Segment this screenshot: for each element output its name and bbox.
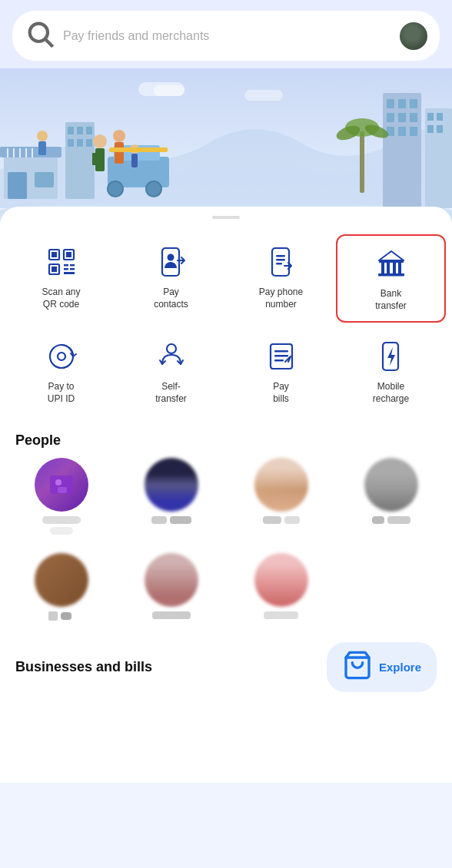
people-grid-row1 xyxy=(0,458,452,541)
svg-point-63 xyxy=(167,254,174,261)
person-name-7 xyxy=(254,611,308,619)
svg-rect-54 xyxy=(66,252,71,257)
svg-rect-70 xyxy=(381,263,384,273)
svg-rect-30 xyxy=(131,154,138,167)
svg-rect-37 xyxy=(398,113,406,122)
svg-rect-32 xyxy=(383,93,421,208)
action-mobile-recharge[interactable]: Mobilerecharge xyxy=(336,329,446,414)
cloud-2 xyxy=(154,85,184,96)
svg-point-18 xyxy=(37,131,48,141)
svg-rect-16 xyxy=(77,139,83,147)
quick-actions-row2: Pay toUPI ID Self-transfer xyxy=(0,329,452,420)
svg-rect-45 xyxy=(427,125,434,133)
scan-qr-icon xyxy=(43,244,80,280)
svg-rect-69 xyxy=(379,260,404,263)
svg-rect-31 xyxy=(109,147,168,152)
svg-rect-58 xyxy=(64,268,68,270)
person-item-6[interactable] xyxy=(122,553,220,621)
hero-people xyxy=(85,114,200,207)
search-bar[interactable]: Pay friends and merchants xyxy=(12,11,440,61)
svg-rect-41 xyxy=(410,127,417,136)
bank-transfer-icon xyxy=(373,245,410,282)
svg-point-21 xyxy=(108,181,123,197)
svg-rect-33 xyxy=(387,99,394,108)
svg-rect-3 xyxy=(0,147,61,157)
pay-contacts-icon xyxy=(153,244,190,280)
main-card: Scan anyQR code Paycontacts xyxy=(0,207,452,783)
svg-rect-65 xyxy=(276,255,285,257)
header: Pay friends and merchants xyxy=(0,0,452,68)
person-avatar-4 xyxy=(364,458,418,512)
svg-rect-46 xyxy=(437,125,443,133)
self-transfer-icon xyxy=(153,338,190,375)
hero-illustration xyxy=(0,68,452,222)
svg-marker-68 xyxy=(379,251,404,260)
svg-rect-79 xyxy=(274,350,288,353)
pay-bills-label: Paybills xyxy=(273,381,289,405)
bank-transfer-label: Banktransfer xyxy=(375,288,407,312)
businesses-section: Businesses and bills Explore xyxy=(0,627,452,700)
explore-button-label: Explore xyxy=(379,661,421,674)
svg-rect-15 xyxy=(68,139,74,147)
svg-rect-81 xyxy=(274,359,284,362)
svg-rect-56 xyxy=(52,267,57,272)
action-pay-bills[interactable]: Paybills xyxy=(226,329,336,414)
person-name-1 xyxy=(35,516,88,535)
pay-phone-icon xyxy=(263,244,300,280)
search-icon xyxy=(25,18,55,53)
svg-rect-43 xyxy=(427,113,434,121)
user-avatar[interactable] xyxy=(400,22,427,50)
person-item-3[interactable] xyxy=(232,458,330,535)
svg-point-0 xyxy=(30,24,48,41)
person-item-4[interactable] xyxy=(342,458,440,535)
person-avatar-5 xyxy=(35,553,88,607)
person-name-5 xyxy=(35,611,88,621)
pay-upi-label: Pay toUPI ID xyxy=(48,381,75,405)
explore-bag-icon xyxy=(342,650,373,684)
cloud-3 xyxy=(244,90,283,101)
people-grid-row2 xyxy=(0,553,452,627)
person-item-5[interactable] xyxy=(12,553,110,621)
person-name-2 xyxy=(145,516,198,524)
person-item-2[interactable] xyxy=(122,458,220,535)
svg-rect-73 xyxy=(398,263,401,273)
svg-rect-64 xyxy=(272,248,289,276)
action-scan-qr[interactable]: Scan anyQR code xyxy=(6,234,116,323)
self-transfer-label: Self-transfer xyxy=(155,381,187,405)
svg-rect-19 xyxy=(38,141,46,155)
person-avatar-6 xyxy=(145,553,198,607)
search-placeholder: Pay friends and merchants xyxy=(63,29,392,43)
svg-rect-5 xyxy=(35,172,54,187)
person-name-3 xyxy=(254,516,308,524)
svg-rect-13 xyxy=(77,127,83,134)
svg-rect-52 xyxy=(52,252,57,257)
people-section-label: People xyxy=(0,420,452,458)
action-self-transfer[interactable]: Self-transfer xyxy=(116,329,226,414)
svg-rect-36 xyxy=(387,113,394,122)
action-bank-transfer[interactable]: Banktransfer xyxy=(336,234,446,323)
mobile-recharge-label: Mobilerecharge xyxy=(373,381,409,405)
pay-upi-icon xyxy=(43,338,80,375)
quick-actions-row1: Scan anyQR code Paycontacts xyxy=(0,234,452,329)
svg-rect-12 xyxy=(68,127,74,134)
person-item-8 xyxy=(342,553,440,621)
person-avatar-3 xyxy=(254,458,308,512)
svg-rect-80 xyxy=(274,355,288,357)
person-avatar-2 xyxy=(145,458,198,512)
svg-rect-72 xyxy=(393,263,396,273)
action-pay-phone[interactable]: Pay phonenumber xyxy=(226,234,336,323)
svg-rect-47 xyxy=(360,131,364,193)
svg-rect-59 xyxy=(70,264,75,267)
svg-rect-34 xyxy=(398,99,406,108)
explore-button[interactable]: Explore xyxy=(327,642,437,692)
card-handle xyxy=(212,216,240,219)
action-pay-upi[interactable]: Pay toUPI ID xyxy=(6,329,116,414)
person-avatar-1 xyxy=(35,458,88,512)
action-pay-contacts[interactable]: Paycontacts xyxy=(116,234,226,323)
person-item-1[interactable] xyxy=(12,458,110,535)
svg-rect-85 xyxy=(58,487,67,493)
person-item-7[interactable] xyxy=(232,553,330,621)
person-avatar-7 xyxy=(254,553,308,607)
scan-qr-label: Scan anyQR code xyxy=(42,287,80,310)
svg-rect-40 xyxy=(398,127,406,136)
